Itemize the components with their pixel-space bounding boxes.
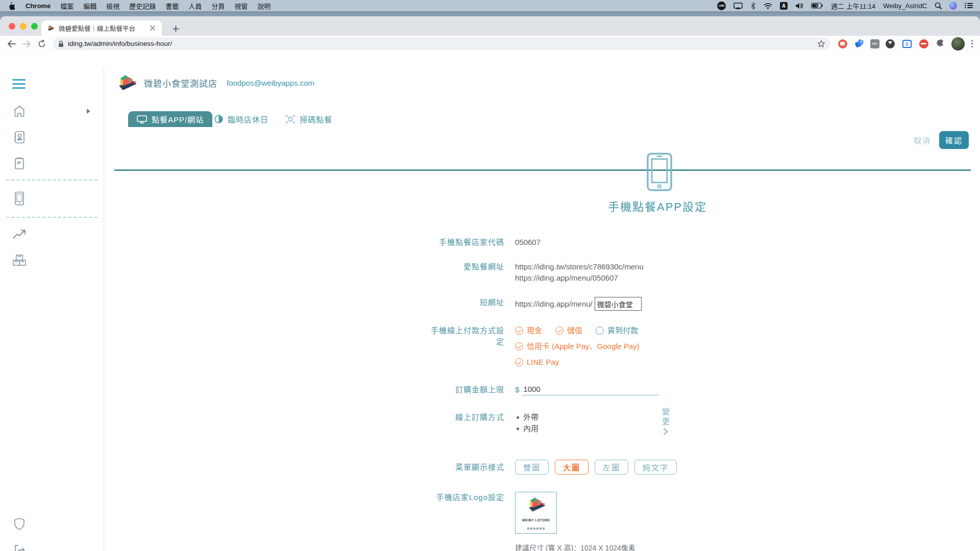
menubar-item-history[interactable]: 歷史記錄 <box>129 1 156 11</box>
browser-tab[interactable]: 微碧愛點餐｜線上點餐平台 <box>41 20 162 36</box>
field-label: 手機點餐店家代碼 <box>428 237 504 248</box>
chevron-right-icon <box>663 428 669 435</box>
control-list-icon[interactable] <box>965 2 973 10</box>
payment-options: 現金 儲值 貨到付款 <box>515 325 640 372</box>
macos-menubar: Chrome 檔案 編輯 檢視 歷史記錄 書籤 人員 分頁 視窗 說明 LINE… <box>0 0 980 11</box>
hamburger-menu-icon[interactable] <box>12 79 26 89</box>
sidebar-item-store-info[interactable]: 店面資訊 <box>0 100 104 122</box>
battery-charging-icon[interactable] <box>811 2 823 10</box>
forward-icon[interactable] <box>20 38 33 50</box>
spotlight-search-icon[interactable] <box>935 2 942 10</box>
order-method-item: 內用 <box>515 423 538 434</box>
app-header: 微碧小食堂測試店 foodpos@weibyapps.com <box>115 73 314 92</box>
reload-icon[interactable] <box>36 38 48 50</box>
bookmark-star-icon[interactable] <box>817 40 825 48</box>
menubar-item-help[interactable]: 說明 <box>257 1 271 11</box>
menubar-clock[interactable]: 週二 上午11:14 <box>831 1 875 11</box>
code-extension-icon[interactable]: </> <box>870 39 879 48</box>
store-email[interactable]: foodpos@weibyapps.com <box>227 79 314 87</box>
order-method-list: 外帶 內用 <box>515 412 538 434</box>
short-url-value: https://iding.app/menu/ <box>515 297 642 311</box>
sidebar-item-sales-report[interactable]: 銷售報表 <box>0 223 104 245</box>
tab-ordering-app[interactable]: 點餐APP/網站 <box>128 111 212 127</box>
menubar-item-people[interactable]: 人員 <box>188 1 202 11</box>
style-button-double-image[interactable]: 雙圖 <box>515 460 549 474</box>
zoom-window-button[interactable] <box>31 23 38 30</box>
weiby-logo <box>524 496 548 513</box>
wifi-icon[interactable] <box>764 2 772 10</box>
order-url-2[interactable]: https://iding.app/menu/050607 <box>515 272 644 284</box>
menubar-item-chrome[interactable]: Chrome <box>26 2 51 10</box>
sidebar-item-logout[interactable]: 登出 <box>0 539 104 551</box>
menubar-item-edit[interactable]: 編輯 <box>83 1 96 11</box>
change-order-methods-link[interactable]: 變更 <box>660 408 671 435</box>
minimize-window-button[interactable] <box>20 23 27 30</box>
sidebar-item-menu-mgmt[interactable]: 菜單管理 <box>0 152 104 174</box>
sidebar-item-live-orders[interactable]: 即時收單 <box>0 187 104 210</box>
short-url-prefix: https://iding.app/menu/ <box>515 298 593 310</box>
sidebar-item-members[interactable]: 會員名單 <box>0 126 104 148</box>
close-tab-icon[interactable] <box>149 24 157 32</box>
url-text: iding.tw/admin/info/business-hour/ <box>68 40 813 47</box>
menubar-item-window[interactable]: 視窗 <box>234 1 248 11</box>
menubar-item-file[interactable]: 檔案 <box>60 1 74 11</box>
screenshot-extension-icon[interactable] <box>837 38 849 50</box>
line-app-icon[interactable]: LINE <box>717 2 726 10</box>
apple-icon[interactable] <box>7 2 15 10</box>
payment-option-stored-value[interactable]: 儲值 <box>555 325 582 336</box>
tab-qr-ordering[interactable]: 掃碼點餐 <box>286 111 332 127</box>
cancel-button[interactable]: 取消 <box>914 135 931 145</box>
extensions-puzzle-icon[interactable] <box>935 38 947 50</box>
checkbox-icon <box>515 358 523 366</box>
store-code-value: 050607 <box>515 237 541 248</box>
siri-icon[interactable] <box>949 2 957 10</box>
order-url-values: https://iding.tw/stores/c786930c/menu ht… <box>515 261 644 284</box>
store-name: 微碧小食堂測試店 <box>144 77 217 89</box>
menu-book-icon <box>12 157 27 170</box>
field-label: 手機線上付款方式設定 <box>428 325 504 347</box>
address-bar[interactable]: iding.tw/admin/info/business-hour/ <box>53 37 830 50</box>
menubar-item-tabs[interactable]: 分頁 <box>211 1 225 11</box>
style-button-text-only[interactable]: 純文字 <box>634 460 677 474</box>
close-window-button[interactable] <box>9 23 15 30</box>
profile-avatar[interactable] <box>951 37 965 51</box>
style-button-large-image[interactable]: 大圖 <box>555 460 589 474</box>
clock-icon <box>214 115 223 123</box>
checkbox-icon <box>515 327 523 335</box>
sidebar-item-system-info[interactable]: 系統資訊 <box>0 513 104 535</box>
chrome-menu-icon[interactable] <box>969 38 975 50</box>
tab-title: 微碧愛點餐｜線上點餐平台 <box>59 23 144 33</box>
payment-option-cash[interactable]: 現金 <box>515 325 542 336</box>
payment-option-credit-card[interactable]: 信用卡 (Apple Pay、Google Pay) <box>515 341 640 352</box>
tags-extension-icon[interactable] <box>853 38 866 50</box>
payment-label: 信用卡 (Apple Pay、Google Pay) <box>527 341 640 352</box>
field-label: 手機店家Logo設定 <box>428 492 504 503</box>
logo-upload-box[interactable]: WEIBY I-STORE <box>515 492 557 534</box>
short-url-input[interactable] <box>595 297 642 311</box>
confirm-button[interactable]: 確認 <box>939 131 969 149</box>
bluetooth-icon[interactable] <box>750 2 756 10</box>
download-extension-icon[interactable] <box>884 38 896 50</box>
screen-mirroring-icon[interactable] <box>733 2 743 10</box>
adblock-extension-icon[interactable] <box>918 38 930 50</box>
phone-hero-icon <box>646 153 673 193</box>
menubar-item-bookmarks[interactable]: 書籤 <box>165 1 179 11</box>
input-source-icon[interactable]: A <box>780 2 788 10</box>
payment-option-cod[interactable]: 貨到付款 <box>596 325 638 336</box>
sidebar-item-inventory-report[interactable]: 庫存報表 <box>0 249 104 271</box>
home-icon <box>12 105 27 118</box>
order-url-1[interactable]: https://iding.tw/stores/c786930c/menu <box>515 261 644 272</box>
new-tab-button[interactable] <box>169 22 182 35</box>
tab-counter-extension-icon[interactable]: 1 <box>901 38 913 50</box>
tabs-underline <box>114 169 971 171</box>
back-icon[interactable] <box>5 38 17 50</box>
shield-icon <box>12 517 27 531</box>
tab-temp-closure[interactable]: 臨時店休日 <box>214 111 268 127</box>
menubar-user[interactable]: Weiby_AstridC <box>883 2 927 10</box>
payment-option-line-pay[interactable]: LINE Pay <box>515 357 559 368</box>
browser-toolbar: iding.tw/admin/info/business-hour/ </> 1 <box>0 36 980 52</box>
volume-icon[interactable] <box>795 2 803 10</box>
order-limit-input[interactable] <box>522 385 659 395</box>
menubar-item-view[interactable]: 檢視 <box>106 1 119 11</box>
style-button-left-image[interactable]: 左圖 <box>595 460 628 474</box>
